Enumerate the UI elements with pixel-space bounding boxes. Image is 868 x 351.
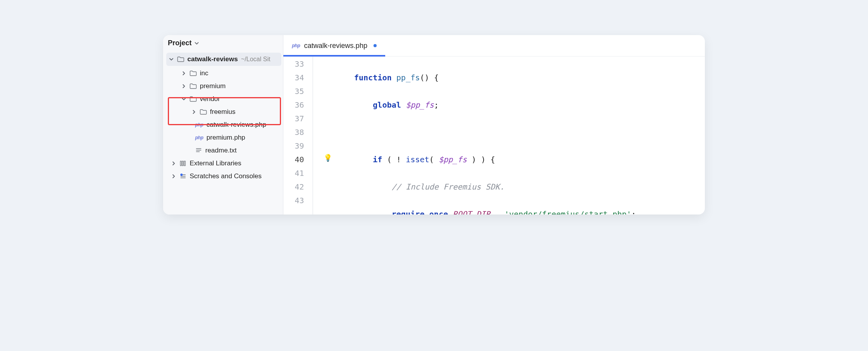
code-line[interactable]: // Include Freemius SDK.	[335, 180, 705, 194]
line-number: 38	[283, 126, 304, 139]
gutter-icons: 💡	[321, 57, 335, 214]
svg-rect-2	[184, 161, 185, 166]
chevron-down-icon	[169, 57, 174, 62]
fold-strip	[309, 57, 321, 214]
tree-folder-inc[interactable]: inc	[165, 67, 283, 80]
folder-icon	[190, 96, 197, 102]
code-editor[interactable]: 33 34 35 36 37 38 39 40 41 42 43 💡 funct…	[283, 57, 705, 214]
unsaved-indicator-icon	[374, 44, 377, 47]
tree-folder-label: freemius	[210, 108, 235, 116]
chevron-right-icon	[191, 110, 197, 114]
code-line[interactable]: require_once ROOT_DIR . 'vendor/freemius…	[335, 207, 705, 214]
tree-folder-premium[interactable]: premium	[165, 80, 283, 92]
tree-file-premium[interactable]: php premium.php	[165, 131, 283, 144]
project-panel-title: Project	[168, 39, 192, 47]
scratches-icon	[180, 173, 187, 179]
line-number: 43	[283, 194, 304, 207]
line-number: 36	[283, 98, 304, 112]
tree-root-hint: ~/Local Sit	[241, 56, 270, 63]
line-number: 35	[283, 85, 304, 98]
editor-pane: php catwalk-reviews.php 33 34 35 36 37 3…	[283, 35, 705, 214]
line-gutter: 33 34 35 36 37 38 39 40 41 42 43	[283, 57, 309, 214]
tab-catwalk-reviews[interactable]: php catwalk-reviews.php	[283, 35, 385, 56]
code-lines[interactable]: function pp_fs() { global $pp_fs; if ( !…	[335, 57, 705, 214]
tree-folder-vendor[interactable]: vendor	[165, 92, 283, 105]
ide-window: Project catwalk-reviews ~/Local Sit	[163, 35, 705, 214]
tree-file-label: premium.php	[206, 134, 245, 142]
tree-label: External Libraries	[190, 160, 241, 167]
folder-icon	[200, 109, 207, 115]
tab-bar: php catwalk-reviews.php	[283, 35, 705, 57]
svg-rect-1	[182, 161, 183, 166]
php-file-icon: php	[292, 43, 300, 48]
php-file-icon: php	[195, 122, 203, 128]
folder-icon	[190, 70, 197, 76]
svg-rect-0	[180, 161, 181, 166]
tab-label: catwalk-reviews.php	[304, 42, 367, 50]
chevron-right-icon	[181, 71, 187, 76]
svg-point-3	[180, 174, 183, 176]
tree-root[interactable]: catwalk-reviews ~/Local Sit	[166, 53, 281, 66]
intention-bulb-icon[interactable]: 💡	[324, 154, 332, 162]
libraries-icon	[180, 160, 187, 167]
line-number: 37	[283, 112, 304, 126]
tree-file-main[interactable]: php catwalk-reviews.php	[165, 118, 283, 131]
php-file-icon: php	[195, 135, 203, 140]
tree-folder-label: premium	[200, 82, 226, 90]
tree-root-label: catwalk-reviews	[187, 55, 238, 63]
project-sidebar: Project catwalk-reviews ~/Local Sit	[163, 35, 283, 214]
tree-folder-label: vendor	[200, 95, 220, 103]
tree-file-label: catwalk-reviews.php	[206, 121, 266, 129]
tree-external-libraries[interactable]: External Libraries	[165, 157, 283, 170]
line-number: 39	[283, 139, 304, 153]
tree-file-readme[interactable]: readme.txt	[165, 144, 283, 157]
code-line[interactable]	[335, 126, 705, 139]
line-number: 41	[283, 167, 304, 180]
tree-file-label: readme.txt	[205, 147, 237, 154]
chevron-down-icon	[194, 41, 199, 46]
chevron-right-icon	[171, 161, 176, 166]
tree-folder-freemius[interactable]: freemius	[165, 105, 283, 118]
text-file-icon	[195, 147, 202, 154]
chevron-down-icon	[181, 97, 187, 101]
folder-icon	[177, 56, 184, 62]
folder-icon	[190, 83, 197, 89]
code-line[interactable]: function pp_fs() {	[335, 71, 705, 85]
line-number: 42	[283, 180, 304, 194]
code-line[interactable]: if ( ! isset( $pp_fs ) ) {	[335, 153, 705, 167]
tree-folder-label: inc	[200, 69, 208, 77]
tree-scratches[interactable]: Scratches and Consoles	[165, 170, 283, 183]
tree-label: Scratches and Consoles	[190, 172, 261, 180]
chevron-right-icon	[171, 174, 176, 179]
chevron-right-icon	[181, 84, 187, 89]
project-panel-header[interactable]: Project	[163, 35, 283, 51]
project-tree: catwalk-reviews ~/Local Sit inc	[163, 51, 283, 183]
line-number: 34	[283, 71, 304, 85]
line-number: 40	[283, 153, 304, 167]
line-number: 33	[283, 57, 304, 71]
code-line[interactable]: global $pp_fs;	[335, 98, 705, 112]
